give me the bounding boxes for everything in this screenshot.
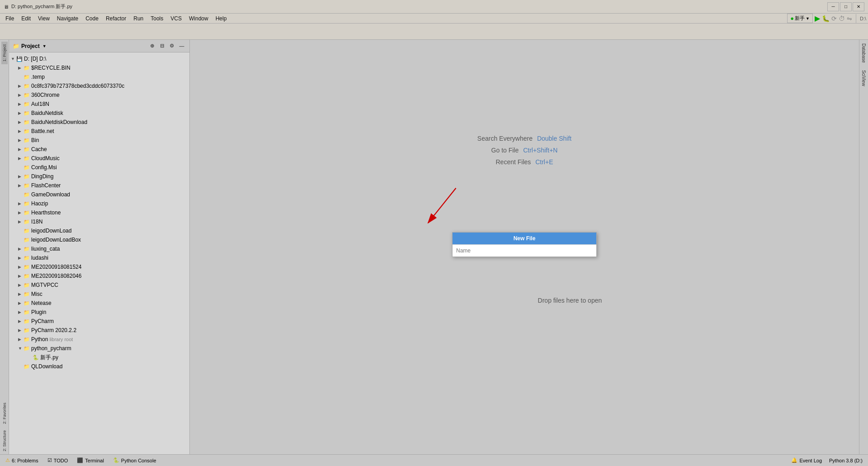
- tree-item-plugin[interactable]: ▶ 📁 Plugin: [9, 308, 189, 317]
- tree-item-bin[interactable]: ▶ 📁 Bin: [9, 136, 189, 145]
- folder-icon-pycharm2022: 📁: [24, 328, 30, 333]
- toolbar-run-area: ● 新手 ▼ ▶ 🐛 ⟳ ⏱ ⇋ D:\: [787, 14, 866, 23]
- tree-item-cloudmusic[interactable]: ▶ 📁 CloudMusic: [9, 154, 189, 163]
- tree-item-360chrome[interactable]: ▶ 📁 360Chrome: [9, 90, 189, 100]
- menubar: File Edit View Navigate Code Refactor Ru…: [0, 14, 868, 24]
- left-tab-project[interactable]: 1: Project: [1, 42, 8, 64]
- toolbar-path: D:\: [860, 16, 866, 21]
- coverage-button[interactable]: ⟳: [831, 15, 837, 22]
- tree-item-battle[interactable]: ▶ 📁 Battle.net: [9, 127, 189, 136]
- run-config[interactable]: ● 新手 ▼: [787, 14, 813, 23]
- debug-button[interactable]: 🐛: [822, 15, 830, 22]
- panel-hide-icon[interactable]: —: [178, 42, 186, 50]
- status-problems[interactable]: ⚠ 6: Problems: [4, 456, 40, 464]
- right-tab-database[interactable]: Database: [860, 40, 867, 67]
- menu-help[interactable]: Help: [212, 14, 231, 23]
- tree-item-temp[interactable]: 📁 .temp: [9, 72, 189, 81]
- tree-label-leigod: leigodDownLoad: [31, 228, 71, 234]
- menu-navigate[interactable]: Navigate: [53, 14, 82, 23]
- menu-refactor[interactable]: Refactor: [102, 14, 130, 23]
- tree-item-netease[interactable]: ▶ 📁 Netease: [9, 299, 189, 308]
- tree-item-baidudownload[interactable]: ▶ 📁 BaiduNetdiskDownload: [9, 118, 189, 127]
- folder-icon-flashcenter: 📁: [24, 183, 30, 189]
- menu-run[interactable]: Run: [130, 14, 147, 23]
- folder-icon-haozip: 📁: [24, 201, 30, 207]
- menu-window[interactable]: Window: [185, 14, 212, 23]
- right-tab-sciview[interactable]: SciView: [860, 67, 867, 90]
- tree-label-liuxing: liuxing_cata: [31, 246, 60, 252]
- tree-item-qldownload[interactable]: ▶ 📁 QLDownload: [9, 362, 189, 371]
- tree-item-liuxing[interactable]: ▶ 📁 liuxing_cata: [9, 244, 189, 253]
- profile-button[interactable]: ⏱: [839, 15, 845, 22]
- run-config-icon: ●: [790, 15, 794, 22]
- tree-item-mgtvpcc[interactable]: ▶ 📁 MGTVPCC: [9, 281, 189, 290]
- tree-item-python-pycharm[interactable]: ▼ 📁 python_pycharm: [9, 344, 189, 353]
- project-dropdown-icon: 📁: [13, 43, 19, 49]
- panel-settings-icon[interactable]: ⚙: [168, 42, 176, 50]
- folder-icon-misc: 📁: [24, 291, 30, 297]
- left-tab-favorites[interactable]: 2: Favorites: [1, 400, 8, 427]
- tree-item-python[interactable]: ▶ 📁 Python library root: [9, 335, 189, 344]
- new-file-title: New File: [453, 233, 596, 244]
- menu-tools[interactable]: Tools: [147, 14, 167, 23]
- tree-item-xinshou[interactable]: ▶ 🐍 新手.py: [9, 353, 189, 362]
- status-todo[interactable]: ☑ TODO: [46, 456, 70, 464]
- tree-item-ludashi[interactable]: ▶ 📁 ludashi: [9, 253, 189, 262]
- titlebar-controls: ─ □ ✕: [827, 2, 864, 11]
- left-tab-structure[interactable]: 2: Structure: [1, 428, 8, 454]
- tree-item-baidu[interactable]: ▶ 📁 BaiduNetdisk: [9, 109, 189, 118]
- tree-item-gamedownload[interactable]: ▶ 📁 GameDownload: [9, 190, 189, 199]
- menu-edit[interactable]: Edit: [18, 14, 34, 23]
- tree-item-i18n[interactable]: ▶ 📁 I18N: [9, 217, 189, 226]
- maximize-button[interactable]: □: [840, 2, 852, 11]
- close-button[interactable]: ✕: [853, 2, 864, 11]
- titlebar: 🖥 D: python_pycharm 新手.py ─ □ ✕: [0, 0, 868, 14]
- tree-item-leigodbox[interactable]: ▶ 📁 leigodDownLoadBox: [9, 235, 189, 244]
- run-button[interactable]: ▶: [815, 14, 820, 23]
- tree-item-haozip[interactable]: ▶ 📁 Haozip: [9, 199, 189, 208]
- status-python-version[interactable]: Python 3.8 (D:): [827, 457, 864, 464]
- tree-item-recycle[interactable]: ▶ 📁 $RECYCLE.BIN: [9, 63, 189, 72]
- tree-label-python: Python: [31, 336, 48, 342]
- terminal-icon: ⬛: [77, 457, 83, 463]
- tree-label-recycle: $RECYCLE.BIN: [31, 65, 71, 71]
- tree-item-cache[interactable]: ▶ 📁 Cache: [9, 145, 189, 154]
- status-terminal[interactable]: ⬛ Terminal: [75, 456, 106, 464]
- tree-item-misc[interactable]: ▶ 📁 Misc: [9, 290, 189, 299]
- panel-collapse-icon[interactable]: ⊟: [158, 42, 166, 50]
- status-python-console[interactable]: 🐍 Python Console: [111, 456, 158, 464]
- tree-root-arrow: ▼: [11, 57, 16, 61]
- menu-code[interactable]: Code: [82, 14, 102, 23]
- tree-item-leigod[interactable]: ▶ 📁 leigodDownLoad: [9, 226, 189, 235]
- folder-icon-temp: 📁: [24, 74, 30, 80]
- menu-vcs[interactable]: VCS: [167, 14, 185, 23]
- tree-item-pycharm[interactable]: ▶ 📁 PyCharm: [9, 317, 189, 326]
- right-tabs: Database SciView: [859, 40, 868, 454]
- folder-icon-python-pycharm: 📁: [24, 346, 30, 352]
- tree-label-plugin: Plugin: [31, 309, 46, 315]
- tree-item-me1[interactable]: ▶ 📁 ME20200918081524: [9, 262, 189, 271]
- tree-label-misc: Misc: [31, 291, 42, 297]
- project-panel: 📁 Project ▼ ⊕ ⊟ ⚙ — ▼ 💾 D: [D] D:\ ▶ 📁: [9, 40, 190, 454]
- minimize-button[interactable]: ─: [827, 2, 839, 11]
- statusbar: ⚠ 6: Problems ☑ TODO ⬛ Terminal 🐍 Python…: [0, 454, 868, 466]
- tree-item-dingding[interactable]: ▶ 📁 DingDing: [9, 172, 189, 181]
- tree-item-hearthstone[interactable]: ▶ 📁 Hearthstone: [9, 208, 189, 217]
- folder-icon-qldownload: 📁: [24, 364, 30, 370]
- tree-item-config[interactable]: ▶ 📁 Config.Msi: [9, 163, 189, 172]
- concurrency-button[interactable]: ⇋: [847, 15, 852, 22]
- project-dropdown-arrow[interactable]: ▼: [42, 44, 47, 48]
- menu-view[interactable]: View: [34, 14, 53, 23]
- new-file-name-input[interactable]: [453, 244, 596, 257]
- tree-item-flashcenter[interactable]: ▶ 📁 FlashCenter: [9, 181, 189, 190]
- status-event-log[interactable]: 🔔 Event Log: [789, 456, 824, 464]
- tree-item-pycharm2022[interactable]: ▶ 📁 PyCharm 2020.2.2: [9, 326, 189, 335]
- tree-root-icon: 💾: [16, 56, 23, 62]
- tree-root[interactable]: ▼ 💾 D: [D] D:\: [9, 54, 189, 63]
- tree-item-me2[interactable]: ▶ 📁 ME20200918082046: [9, 271, 189, 281]
- panel-locate-icon[interactable]: ⊕: [148, 42, 156, 50]
- menu-file[interactable]: File: [2, 14, 18, 23]
- folder-icon-hearthstone: 📁: [24, 210, 30, 216]
- tree-item-aui18n[interactable]: ▶ 📁 AuI18N: [9, 100, 189, 109]
- tree-item-hash[interactable]: ▶ 📁 0c8fc379b727378cbed3cddc6073370c: [9, 81, 189, 90]
